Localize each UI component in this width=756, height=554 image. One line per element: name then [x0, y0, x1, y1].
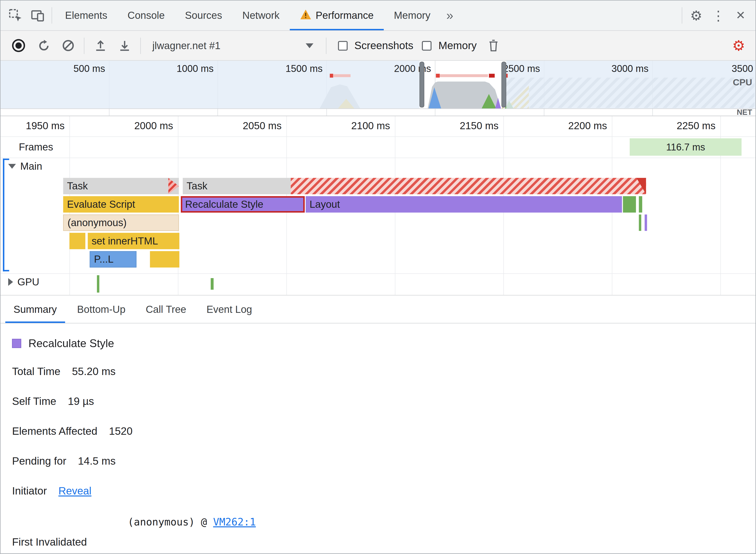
first-invalidated-row: (anonymous) @ VM262:1 First Invalidated: [12, 515, 755, 553]
screenshots-checkbox[interactable]: [338, 41, 348, 50]
layout-bar[interactable]: Layout: [306, 196, 622, 213]
overview-tick: 3500: [732, 63, 753, 74]
device-toolbar-icon[interactable]: [26, 4, 49, 26]
inspect-element-icon[interactable]: [4, 4, 26, 26]
long-task-mark: [333, 74, 350, 77]
frame-duration-block[interactable]: 116.7 ms: [630, 138, 741, 156]
first-invalidated-value: (anonymous) @ VM262:1: [128, 516, 256, 528]
tab-label: Console: [127, 10, 165, 21]
timeline-tick: 2250 ms: [677, 120, 720, 131]
main-track-header[interactable]: Main: [8, 160, 42, 172]
tab-label: Memory: [394, 10, 430, 21]
devtools-window: Elements Console Sources Network Perform…: [0, 0, 756, 554]
memory-checkbox[interactable]: [422, 41, 432, 50]
task-bar[interactable]: Task: [63, 178, 179, 194]
tab-console[interactable]: Console: [117, 0, 175, 30]
tab-call-tree[interactable]: Call Tree: [136, 295, 197, 323]
toolbar-divider: [52, 7, 52, 24]
tab-label: Bottom-Up: [77, 303, 125, 315]
tab-label: Performance: [316, 10, 374, 21]
tab-event-log[interactable]: Event Log: [196, 295, 262, 323]
stat-label: Pending for: [12, 455, 66, 467]
tab-elements[interactable]: Elements: [55, 0, 117, 30]
overview-tick: 2000 ms: [394, 63, 435, 74]
task-bar[interactable]: Task: [183, 178, 291, 194]
tab-network[interactable]: Network: [232, 0, 289, 30]
evaluate-script-bar[interactable]: Evaluate Script: [63, 196, 179, 213]
overview-tick: 1500 ms: [285, 63, 326, 74]
settings-gear-icon[interactable]: ⚙: [685, 4, 707, 26]
long-task-mark: [436, 74, 439, 77]
memory-label: Memory: [438, 39, 477, 52]
tab-label: Call Tree: [146, 303, 186, 315]
tab-label: Network: [242, 10, 279, 21]
script-bar[interactable]: [150, 251, 179, 268]
tab-bottom-up[interactable]: Bottom-Up: [67, 295, 136, 323]
style-sliver-bar[interactable]: [645, 214, 647, 231]
stat-value: 19 µs: [68, 395, 94, 407]
flame-chart[interactable]: 1950 ms 2000 ms 2050 ms 2100 ms 2150 ms …: [0, 116, 756, 295]
tab-label: Event Log: [207, 303, 252, 315]
selected-event-title: Recalculate Style: [29, 337, 114, 350]
tab-sources[interactable]: Sources: [175, 0, 232, 30]
script-bar[interactable]: [69, 233, 86, 249]
divider-line: [0, 136, 756, 137]
record-button[interactable]: [12, 39, 25, 52]
overview-tick: 2500 ms: [503, 63, 544, 74]
paint-bar[interactable]: [639, 196, 642, 213]
timeline-tick: 2050 ms: [243, 120, 286, 131]
stat-value: 14.5 ms: [78, 455, 116, 467]
collapse-triangle-icon[interactable]: [8, 164, 16, 169]
profile-select[interactable]: jlwagner.net #1: [146, 40, 321, 51]
stat-row: Total Time55.20 ms: [12, 365, 755, 378]
timeline-overview[interactable]: 500 ms 1000 ms 1500 ms 2000 ms 2500 ms 3…: [0, 61, 756, 116]
anonymous-call-bar[interactable]: (anonymous): [63, 214, 179, 231]
close-devtools-icon[interactable]: ✕: [730, 4, 752, 26]
divider-line: [0, 273, 756, 274]
tab-label: Summary: [13, 303, 57, 315]
stat-row: Pending for14.5 ms: [12, 455, 755, 468]
stat-row: Elements Affected1520: [12, 425, 755, 438]
capture-settings-gear-icon[interactable]: ⚙: [728, 35, 750, 57]
tab-performance[interactable]: Performance: [290, 0, 384, 30]
selection-handle-left[interactable]: [419, 62, 424, 108]
initiator-label: Initiator: [12, 485, 47, 497]
tab-memory[interactable]: Memory: [384, 0, 441, 30]
tab-label: Sources: [185, 10, 222, 21]
long-task-hatch-bar[interactable]: [291, 178, 646, 194]
parse-html-bar[interactable]: P...L: [90, 251, 136, 268]
net-track-label: NET: [737, 108, 752, 116]
initiator-reveal-link[interactable]: Reveal: [58, 485, 92, 497]
kebab-menu-icon[interactable]: ⋮: [707, 4, 730, 26]
overview-tick: 500 ms: [73, 63, 109, 74]
selection-handle-right[interactable]: [501, 62, 506, 108]
clear-recording-icon[interactable]: [57, 35, 79, 57]
toolbar-divider: [84, 37, 84, 54]
performance-toolbar: jlwagner.net #1 Screenshots Memory ⚙: [0, 31, 756, 61]
gpu-track-label: GPU: [17, 276, 39, 288]
paint-bar[interactable]: [623, 196, 636, 213]
set-innerhtml-bar[interactable]: set innerHTML: [88, 233, 179, 249]
timeline-tick: 2200 ms: [568, 120, 612, 131]
selected-event-legend: Recalculate Style: [12, 337, 755, 350]
timeline-tick: 2100 ms: [351, 120, 395, 131]
more-tabs-icon[interactable]: »: [441, 0, 459, 30]
save-profile-icon[interactable]: [113, 35, 136, 57]
trash-icon[interactable]: [482, 35, 504, 57]
reload-and-record-icon[interactable]: [33, 35, 55, 57]
first-invalidated-callsite: (anonymous) @: [128, 516, 213, 528]
long-task-mark: [330, 74, 333, 77]
load-profile-icon[interactable]: [89, 35, 111, 57]
expand-triangle-icon[interactable]: [8, 278, 13, 286]
tab-summary[interactable]: Summary: [3, 295, 67, 323]
first-invalidated-source-link[interactable]: VM262:1: [213, 516, 256, 528]
long-task-mark: [489, 74, 495, 77]
stat-value: 1520: [109, 425, 132, 437]
gpu-track-header[interactable]: GPU: [8, 276, 39, 288]
recalculate-style-bar-selected[interactable]: Recalculate Style: [181, 196, 305, 213]
toolbar-divider: [140, 37, 141, 54]
tab-label: Elements: [65, 10, 107, 21]
paint-sliver-bar[interactable]: [639, 214, 641, 231]
main-track-bracket: [3, 159, 4, 272]
cpu-track-label: CPU: [733, 77, 752, 88]
